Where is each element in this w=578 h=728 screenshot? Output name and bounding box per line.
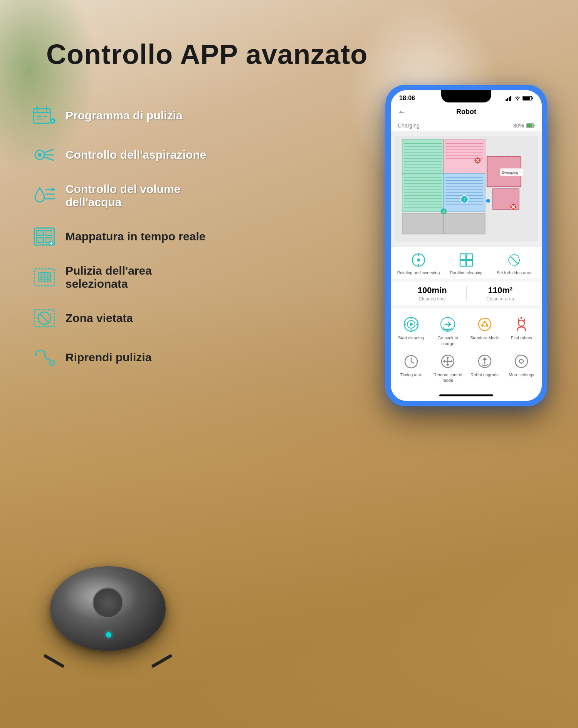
feature-item-water: Controllo del volume dell'acqua (31, 183, 216, 209)
feature-item-suction: Controllo dell'aspirazione (31, 143, 216, 166)
phone-screen: 18:06 (391, 90, 542, 401)
phone-outer: 18:06 (385, 85, 547, 406)
svg-point-152 (519, 359, 523, 363)
timing-task-icon (402, 352, 420, 370)
svg-point-110 (417, 258, 420, 262)
svg-point-136 (521, 317, 523, 319)
phone-notch (441, 90, 491, 102)
feature-list: + Programma di pulizia Controllo del (31, 104, 216, 385)
feature-label-water: Controllo del volume dell'acqua (66, 183, 216, 209)
svg-point-130 (479, 318, 491, 330)
feature-item-resume: Riprendi pulizia (31, 346, 216, 369)
app-title: Robot (456, 108, 476, 116)
more-settings-btn[interactable]: More settings (503, 349, 540, 386)
go-back-charge-btn[interactable]: Go back to charge (430, 312, 467, 349)
svg-point-17 (51, 188, 54, 191)
feature-label-schedule: Programma di pulizia (66, 109, 182, 122)
robot-upgrade-btn[interactable]: Robot upgrade (466, 349, 503, 386)
feature-item-area: Pulizia dell'area selezionata (31, 264, 216, 290)
svg-rect-118 (467, 260, 472, 266)
main-content: Controllo APP avanzato + Programma di pu… (0, 0, 578, 728)
svg-rect-0 (34, 109, 50, 123)
svg-text:+: + (52, 119, 54, 123)
status-icons (506, 96, 533, 101)
svg-marker-145 (446, 364, 449, 366)
robot-indicator (106, 632, 111, 637)
back-button[interactable]: ← (398, 107, 406, 117)
svg-rect-45 (532, 97, 533, 99)
feature-label-area: Pulizia dell'area selezionata (66, 264, 216, 290)
remote-control-btn[interactable]: Remote control mode (430, 349, 467, 386)
svg-point-135 (518, 320, 524, 326)
more-settings-label: More settings (509, 372, 534, 377)
svg-point-151 (515, 355, 528, 367)
stat-area: 110m² Cleaned area (467, 285, 534, 302)
home-bar-line (439, 394, 493, 396)
area-icon (31, 266, 58, 289)
start-cleaning-icon (402, 315, 420, 333)
pointing-sweeping-btn[interactable]: Pointing and sweeping (395, 252, 442, 275)
floor-plan: ↑ ⚡ Sweeping (395, 135, 538, 243)
svg-marker-146 (443, 360, 445, 363)
svg-line-13 (44, 157, 54, 160)
set-forbidden-btn[interactable]: Set forbidden area (490, 252, 538, 275)
remote-control-icon (439, 352, 457, 370)
svg-text:Sweeping: Sweeping (502, 170, 518, 174)
svg-text:⚡: ⚡ (442, 210, 446, 214)
svg-rect-48 (534, 125, 535, 126)
suction-icon (31, 143, 58, 166)
svg-point-38 (35, 354, 37, 356)
robot-upgrade-label: Robot upgrade (470, 372, 499, 377)
robot-upgrade-icon (476, 352, 494, 370)
svg-point-10 (38, 153, 42, 157)
standard-mode-btn[interactable]: Standard Mode (466, 312, 503, 349)
svg-rect-115 (460, 254, 466, 260)
stats-row: 100min Cleaned time 110m² Cleaned area (391, 278, 542, 305)
mapping-icon (31, 225, 58, 248)
svg-rect-95 (444, 213, 485, 234)
feature-label-mapping: Mappatura in tempo reale (66, 230, 205, 243)
charging-info: Charging 80% (391, 120, 542, 131)
feature-item-mapping: Mappatura in tempo reale (31, 225, 216, 248)
go-back-charge-label: Go back to charge (431, 335, 465, 346)
svg-rect-42 (510, 96, 511, 101)
home-bar (391, 390, 542, 401)
resume-icon (31, 346, 58, 369)
svg-marker-127 (410, 322, 414, 326)
find-robots-btn[interactable]: Find robots (503, 312, 540, 349)
battery-info: 80% (513, 122, 535, 129)
feature-item-schedule: + Programma di pulizia (31, 104, 216, 127)
actions-row-1: Pointing and sweeping Partition cleaning (391, 247, 542, 278)
robot-button (92, 587, 123, 618)
stat-area-value: 110m² (467, 285, 534, 295)
svg-rect-41 (509, 97, 510, 101)
schedule-icon: + (31, 104, 58, 127)
svg-rect-39 (506, 99, 507, 101)
robot-brush-right (151, 654, 173, 668)
svg-marker-150 (482, 357, 487, 360)
start-cleaning-btn[interactable]: Start cleaning (393, 312, 430, 349)
battery-icon (523, 96, 533, 101)
standard-mode-label: Standard Mode (470, 335, 499, 341)
set-forbidden-icon (506, 252, 523, 268)
set-forbidden-label: Set forbidden area (497, 270, 532, 275)
start-cleaning-label: Start cleaning (398, 335, 424, 341)
timing-task-label: Timing task (400, 372, 422, 377)
pointing-sweeping-icon (410, 252, 427, 268)
stat-time-value: 100min (398, 285, 466, 295)
map-area[interactable]: ↑ ⚡ Sweeping (391, 131, 542, 247)
wifi-icon (514, 96, 521, 101)
svg-rect-40 (507, 98, 508, 101)
forbidden-icon (31, 307, 58, 330)
page-title: Controllo APP avanzato (46, 39, 368, 70)
timing-task-btn[interactable]: Timing task (393, 349, 430, 386)
svg-rect-116 (467, 254, 472, 260)
svg-marker-147 (451, 360, 453, 363)
svg-rect-19 (37, 230, 44, 236)
robot-body (50, 566, 166, 651)
svg-line-36 (40, 314, 49, 323)
find-robots-label: Find robots (511, 335, 532, 341)
find-robots-icon (512, 315, 530, 333)
partition-cleaning-btn[interactable]: Partition cleaning (442, 252, 490, 275)
svg-text:↑: ↑ (463, 197, 465, 201)
